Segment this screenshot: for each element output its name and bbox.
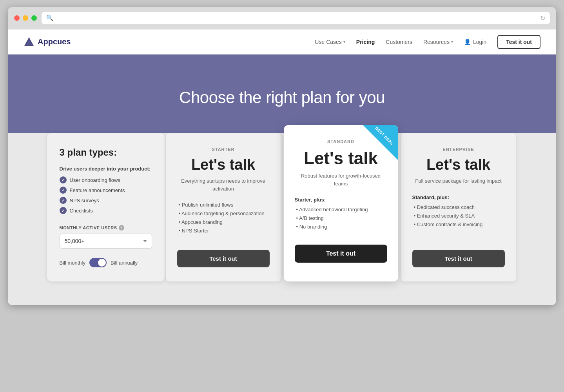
standard-cta-button[interactable]: Test it out (295, 245, 387, 263)
nav-login[interactable]: 👤 Login (464, 39, 486, 45)
list-item: No branding (295, 224, 387, 230)
close-button[interactable] (14, 15, 20, 21)
navbar: Appcues Use Cases ▾ Pricing Customers Re… (8, 29, 556, 54)
list-item: A/B testing (295, 215, 387, 221)
starter-label: STARTER (177, 147, 270, 152)
list-item: Appcues branding (177, 219, 270, 225)
check-icon (60, 176, 67, 183)
enterprise-features-header: Standard, plus: (412, 194, 505, 200)
minimize-button[interactable] (23, 15, 28, 21)
list-item: Advanced behavioral targeting (295, 207, 387, 212)
starter-desc: Everything startups needs to improve act… (177, 177, 270, 192)
browser-titlebar: 🔍 ↻ (8, 7, 556, 29)
check-icon (60, 207, 67, 214)
plan-types-feature-list: User onboarding flows Feature announceme… (60, 176, 152, 214)
billing-toggle-switch[interactable] (89, 258, 107, 267)
enterprise-desc: Full service package for lasting impact (412, 177, 505, 185)
pricing-cards: 3 plan types: Drive users deeper into yo… (47, 133, 517, 281)
bill-annually-label: Bill annually (111, 260, 138, 266)
refresh-icon[interactable]: ↻ (540, 15, 545, 22)
mau-select[interactable]: 50,000+ 0–1,000 1,001–5,000 5,001–10,000… (60, 234, 152, 249)
list-item: Custom contracts & invoicing (412, 221, 505, 227)
nav-use-cases[interactable]: Use Cases ▾ (315, 39, 345, 45)
list-item: NPS surveys (60, 197, 152, 204)
nav-customers[interactable]: Customers (386, 39, 412, 45)
billing-toggle: Bill monthly Bill annually (60, 258, 152, 267)
logo-text: Appcues (38, 37, 71, 46)
search-icon: 🔍 (46, 15, 54, 22)
standard-features: Advanced behavioral targeting A/B testin… (295, 207, 387, 235)
check-icon (60, 187, 67, 194)
bill-monthly-label: Bill monthly (60, 260, 85, 266)
logo-icon (24, 36, 34, 47)
list-item: Checklists (60, 207, 152, 214)
best-deal-text: BEST DEAL (374, 126, 395, 146)
standard-desc: Robust features for growth-focused teams (295, 172, 387, 187)
enterprise-price: Let's talk (412, 156, 505, 173)
starter-cta-button[interactable]: Test it out (177, 250, 270, 267)
standard-features-header: Starter, plus: (295, 197, 387, 203)
pricing-section: 3 plan types: Drive users deeper into yo… (8, 133, 556, 305)
list-item: Publish unlimited flows (177, 202, 270, 208)
chevron-down-icon: ▾ (451, 40, 453, 44)
check-icon (60, 197, 67, 204)
enterprise-features: Dedicated success coach Enhanced securit… (412, 204, 505, 241)
best-deal-ribbon: BEST DEAL (363, 125, 398, 160)
navbar-cta-button[interactable]: Test it out (497, 35, 540, 49)
standard-card: BEST DEAL STANDARD Let's talk Robust fea… (284, 125, 398, 281)
enterprise-cta-button[interactable]: Test it out (412, 250, 505, 267)
enterprise-card: ENTERPRISE Let's talk Full service packa… (401, 133, 516, 281)
logo[interactable]: Appcues (24, 36, 71, 47)
maximize-button[interactable] (31, 15, 37, 21)
hero-heading: Choose the right plan for you (179, 88, 385, 107)
enterprise-label: ENTERPRISE (412, 147, 505, 152)
help-icon[interactable]: ? (119, 225, 124, 230)
starter-features: Publish unlimited flows Audience targeti… (177, 202, 270, 240)
list-item: Dedicated success coach (412, 204, 505, 210)
starter-card: STARTER Let's talk Everything startups n… (166, 133, 281, 281)
plan-types-card: 3 plan types: Drive users deeper into yo… (47, 133, 165, 281)
list-item: Audience targeting & personalization (177, 211, 270, 216)
list-item: User onboarding flows (60, 176, 152, 183)
user-icon: 👤 (464, 39, 471, 45)
plan-types-heading: 3 plan types: (60, 147, 152, 158)
chevron-down-icon: ▾ (343, 40, 345, 44)
starter-price: Let's talk (177, 156, 270, 173)
website-content: Appcues Use Cases ▾ Pricing Customers Re… (8, 29, 556, 305)
nav-resources[interactable]: Resources ▾ (423, 39, 453, 45)
nav-links: Use Cases ▾ Pricing Customers Resources … (315, 35, 540, 49)
list-item: Enhanced security & SLA (412, 213, 505, 219)
address-bar[interactable]: 🔍 ↻ (42, 12, 550, 24)
nav-pricing[interactable]: Pricing (356, 39, 375, 45)
browser-window-controls (14, 15, 37, 21)
plan-types-subtitle: Drive users deeper into your product: (60, 166, 152, 172)
list-item: NPS Starter (177, 228, 270, 234)
mau-label: MONTHLY ACTIVE USERS ? (60, 225, 152, 230)
list-item: Feature announcements (60, 187, 152, 194)
